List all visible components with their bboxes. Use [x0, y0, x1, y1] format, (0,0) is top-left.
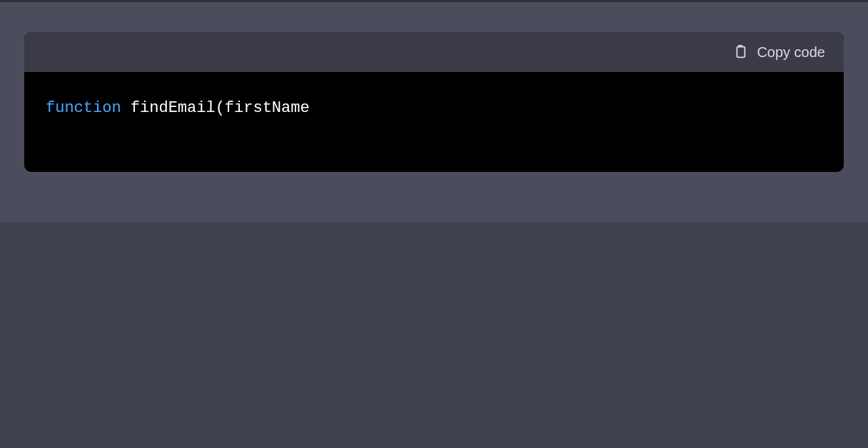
copy-code-label: Copy code: [757, 44, 825, 61]
token-plain: findEmail(firstName: [121, 99, 310, 117]
lower-area: [0, 223, 868, 448]
code-body[interactable]: function findEmail(firstName: [24, 72, 844, 172]
token-keyword: function: [46, 99, 121, 117]
code-block-header: Copy code: [24, 32, 844, 72]
copy-code-button[interactable]: Copy code: [732, 44, 825, 61]
svg-rect-0: [737, 47, 745, 58]
clipboard-icon: [732, 44, 748, 61]
message-area: Copy code function findEmail(firstName: [0, 2, 868, 223]
code-line: function findEmail(firstName: [46, 98, 822, 120]
code-block: Copy code function findEmail(firstName: [24, 32, 844, 172]
